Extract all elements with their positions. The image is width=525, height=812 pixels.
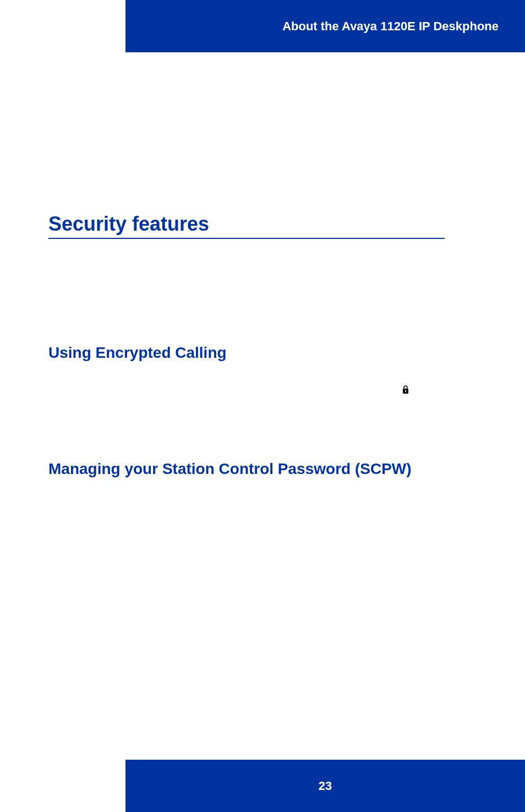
lock-icon — [402, 385, 409, 394]
page-header: About the Avaya 1120E IP Deskphone — [125, 0, 525, 52]
section-title: Security features — [48, 212, 209, 236]
subsection-encrypted-calling: Using Encrypted Calling — [48, 344, 227, 362]
section-underline — [48, 238, 445, 239]
page-number: 23 — [319, 779, 332, 793]
header-title: About the Avaya 1120E IP Deskphone — [282, 19, 499, 34]
subsection-scpw: Managing your Station Control Password (… — [48, 460, 412, 478]
svg-rect-2 — [405, 391, 406, 393]
page-footer: 23 — [125, 760, 525, 812]
